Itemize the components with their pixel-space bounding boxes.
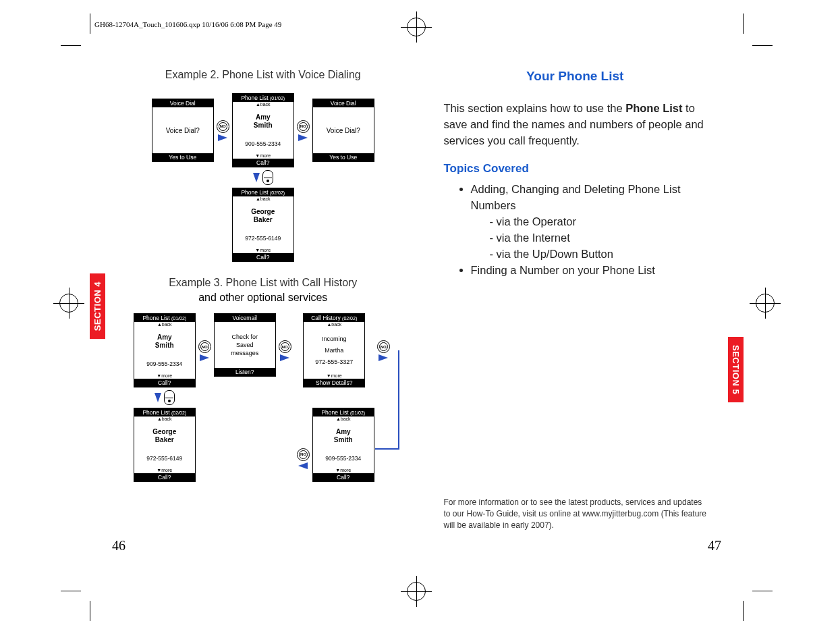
page-left: SECTION 4 Example 2. Phone List with Voi… xyxy=(90,45,417,591)
no-label: NO xyxy=(219,122,227,131)
screen-footer: Call? xyxy=(233,159,293,167)
arrow-right-icon xyxy=(298,134,308,141)
screen-call-history: Call History (02/02) ▲back Incoming Mart… xyxy=(303,313,365,387)
screen-title: Call History (02/02) xyxy=(304,314,364,322)
screen-body: AmySmith 909-555-2334 xyxy=(233,107,293,153)
no-label: NO xyxy=(299,450,308,459)
no-button-arrow: NO xyxy=(297,448,310,469)
back-label: ▲back xyxy=(233,196,293,202)
page-spread: SECTION 4 Example 2. Phone List with Voi… xyxy=(90,45,744,591)
screen-title: Voice Dial xyxy=(313,99,374,107)
list-subitem: - via the Up/Down Button xyxy=(490,246,707,262)
screen-voice-dial: Voice Dial Voice Dial? Yes to Use xyxy=(312,99,374,162)
no-label: NO xyxy=(379,342,388,351)
screen-title: Phone List (02/02) xyxy=(134,408,195,417)
rocker-icon xyxy=(262,170,273,185)
list-subitem: - via the Internet xyxy=(490,230,707,246)
screen-footer: Call? xyxy=(313,473,374,481)
crop-mark xyxy=(61,45,81,46)
header-imprint: GH68-12704A_Touch_101606.qxp 10/16/06 6:… xyxy=(94,20,281,28)
more-label: ▼more xyxy=(233,153,293,159)
screen-phonelist-george: Phone List (02/02) ▲back GeorgeBaker 972… xyxy=(134,408,196,482)
diagram-example2: Voice Dial Voice Dial? Yes to Use NO Pho… xyxy=(127,93,399,262)
connector-line xyxy=(398,350,399,448)
screen-title: Phone List (01/02) xyxy=(233,94,293,102)
no-label: NO xyxy=(299,122,308,131)
back-label: ▲back xyxy=(134,417,195,422)
back-label: ▲back xyxy=(313,417,374,422)
crop-mark xyxy=(61,591,81,591)
crop-mark xyxy=(90,601,90,621)
connector-line xyxy=(375,448,399,450)
arrow-down-icon xyxy=(253,173,260,182)
screen-phonelist-amy: Phone List (01/02) ▲back AmySmith 909-55… xyxy=(232,93,294,167)
no-button-arrow: NO xyxy=(297,120,310,141)
list-subitem: - via the Operator xyxy=(490,213,707,230)
screen-footer: Listen? xyxy=(215,368,275,376)
crop-mark xyxy=(743,601,744,621)
screen-body: Voice Dial? xyxy=(152,107,213,153)
no-button-arrow: NO xyxy=(377,340,390,361)
registration-mark xyxy=(407,18,426,36)
more-label: ▼more xyxy=(304,373,364,379)
screen-footer: Call? xyxy=(134,379,195,387)
screen-phonelist-george: Phone List (02/02) ▲back GeorgeBaker 972… xyxy=(232,188,294,262)
screen-title: Voice Dial xyxy=(152,99,213,107)
crop-mark xyxy=(752,591,773,591)
more-label: ▼more xyxy=(233,248,293,253)
screen-phonelist-amy: Phone List (01/02) ▲back AmySmith 909-55… xyxy=(134,313,196,387)
arrow-right-icon xyxy=(379,354,388,361)
screen-phonelist-amy: Phone List (01/02) ▲back AmySmith 909-55… xyxy=(312,408,374,482)
screen-footer: Yes to Use xyxy=(152,153,213,161)
list-item: Adding, Changing and Deleting Phone List… xyxy=(471,181,707,262)
arrow-down-icon xyxy=(155,393,161,402)
no-label: NO xyxy=(281,342,289,351)
rocker-icon xyxy=(164,390,175,405)
screen-body: GeorgeBaker 972-555-6149 xyxy=(134,422,195,468)
example3-heading: Example 3. Phone List with Call History xyxy=(127,277,399,289)
down-arrow-rocker xyxy=(253,170,273,185)
no-button-arrow: NO xyxy=(217,120,229,141)
screen-body: AmySmith 909-555-2334 xyxy=(313,422,374,468)
section-tab-left: SECTION 4 xyxy=(90,273,105,339)
page-title: Your Phone List xyxy=(444,69,707,84)
screen-footer: Yes to Use xyxy=(313,153,374,161)
example3-subheading: and other optional services xyxy=(127,292,399,304)
section-tab-right: SECTION 5 xyxy=(728,337,744,402)
screen-title: Phone List (01/02) xyxy=(134,314,195,322)
screen-footer: Show Details? xyxy=(304,379,364,387)
down-arrow-rocker xyxy=(155,390,175,405)
back-label: ▲back xyxy=(304,322,364,327)
back-label: ▲back xyxy=(233,102,293,107)
registration-mark xyxy=(756,294,775,313)
screen-title: Phone List (02/02) xyxy=(233,188,293,196)
screen-footer: Call? xyxy=(233,253,293,261)
list-item: Finding a Number on your Phone List xyxy=(471,262,707,278)
more-label: ▼more xyxy=(313,468,374,473)
crop-mark xyxy=(752,45,773,46)
screen-voice-dial: Voice Dial Voice Dial? Yes to Use xyxy=(152,99,214,162)
intro-paragraph: This section explains how to use the Pho… xyxy=(444,100,707,149)
screen-body: AmySmith 909-555-2334 xyxy=(134,327,195,373)
no-button-arrow: NO xyxy=(279,340,291,361)
footer-note: For more information or to see the lates… xyxy=(444,497,707,531)
page-number-right: 47 xyxy=(708,538,721,554)
arrow-right-icon xyxy=(218,134,227,141)
page-number-left: 46 xyxy=(112,538,125,554)
diagram-example3: Phone List (01/02) ▲back AmySmith 909-55… xyxy=(127,313,399,482)
more-label: ▼more xyxy=(134,373,195,379)
crop-mark xyxy=(90,14,90,34)
no-label: NO xyxy=(200,342,209,351)
screen-body: Incoming Martha 972-555-3327 xyxy=(304,327,364,373)
example2-heading: Example 2. Phone List with Voice Dialing xyxy=(127,69,399,81)
page-right: SECTION 5 Your Phone List This section e… xyxy=(417,45,744,591)
back-label: ▲back xyxy=(134,322,195,327)
arrow-left-icon xyxy=(298,462,308,469)
screen-footer: Call? xyxy=(134,473,195,481)
topics-list: Adding, Changing and Deleting Phone List… xyxy=(444,181,707,278)
screen-body: GeorgeBaker 972-555-6149 xyxy=(233,202,293,248)
crop-mark xyxy=(743,14,744,34)
more-label: ▼more xyxy=(134,468,195,473)
topics-heading: Topics Covered xyxy=(444,162,707,176)
screen-title: Voicemail xyxy=(215,314,275,322)
